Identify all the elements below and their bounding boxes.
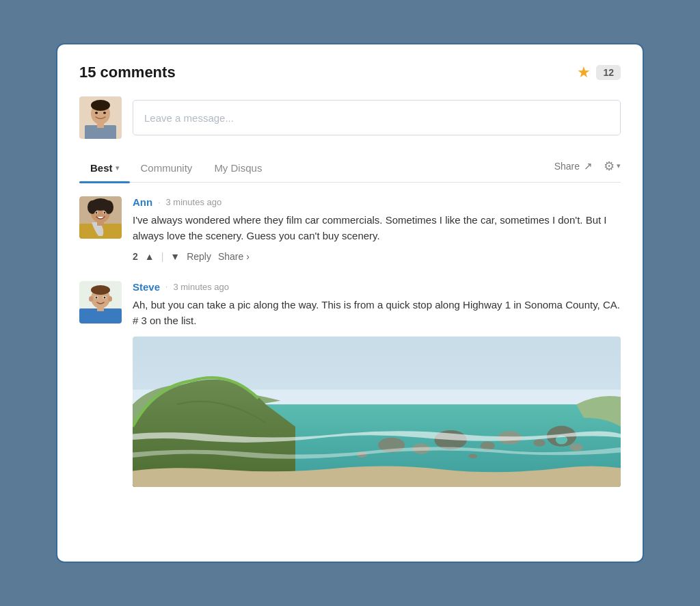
ann-vote-divider: | [161, 251, 164, 262]
ann-share-button[interactable]: Share › [218, 251, 250, 262]
ann-name[interactable]: Ann [133, 196, 152, 208]
steve-name[interactable]: Steve [133, 281, 160, 293]
steve-time: 3 minutes ago [173, 282, 229, 292]
coastal-photo [133, 337, 621, 487]
svg-point-4 [91, 100, 110, 111]
svg-point-41 [468, 454, 477, 458]
current-user-avatar [79, 96, 122, 139]
steve-avatar [79, 281, 122, 324]
ann-vote-count: 2 [133, 251, 138, 262]
gear-icon: ⚙ [604, 159, 615, 174]
tab-best-dropdown-icon: ▾ [116, 164, 119, 172]
ann-reply-button[interactable]: Reply [187, 251, 211, 262]
share-button[interactable]: Share ↗︎ [554, 160, 593, 172]
star-count-group: ★ 12 [577, 64, 621, 81]
comment-row-steve: Steve · 3 minutes ago Ah, but you can ta… [79, 281, 621, 488]
tab-community[interactable]: Community [130, 155, 204, 182]
tab-best[interactable]: Best ▾ [79, 155, 130, 182]
svg-point-23 [89, 296, 93, 302]
star-icon[interactable]: ★ [577, 64, 591, 81]
tab-actions: Share ↗︎ ⚙ ▾ [554, 159, 621, 179]
steve-dot: · [165, 282, 167, 291]
comments-widget: 15 comments ★ 12 [56, 43, 644, 563]
share-icon: ↗︎ [584, 160, 593, 172]
ann-time: 3 minutes ago [166, 197, 222, 207]
star-count-badge: 12 [596, 65, 621, 80]
tab-group: Best ▾ Community My Disqus [79, 155, 554, 182]
svg-point-42 [569, 444, 582, 451]
tab-my-disqus[interactable]: My Disqus [203, 155, 273, 182]
svg-point-37 [533, 439, 545, 447]
svg-point-22 [91, 285, 110, 295]
steve-meta: Steve · 3 minutes ago [133, 281, 621, 293]
ann-dot: · [158, 198, 160, 207]
comment-row-ann: Ann · 3 minutes ago I've always wondered… [79, 196, 621, 262]
ann-upvote-button[interactable]: ▲ [145, 251, 154, 262]
comments-title: 15 comments [79, 64, 176, 81]
share-label: Share [554, 161, 580, 172]
ann-actions: 2 ▲ | ▼ Reply Share › [133, 251, 621, 262]
svg-point-28 [104, 296, 106, 298]
tabs-nav: Best ▾ Community My Disqus Share ↗︎ ⚙ ▾ [79, 155, 621, 183]
ann-text: I've always wondered where they film car… [133, 212, 621, 244]
steve-text: Ah, but you can take a pic along the way… [133, 297, 621, 329]
ann-meta: Ann · 3 minutes ago [133, 196, 621, 208]
svg-point-16 [96, 212, 98, 214]
svg-point-24 [108, 296, 112, 302]
svg-point-17 [104, 212, 106, 214]
gear-dropdown-arrow: ▾ [617, 161, 621, 170]
comments-header: 15 comments ★ 12 [79, 64, 621, 81]
svg-point-6 [103, 112, 106, 114]
svg-point-27 [96, 296, 98, 298]
compose-row [79, 96, 621, 139]
svg-point-5 [95, 112, 98, 114]
ann-avatar [79, 196, 122, 239]
gear-button[interactable]: ⚙ ▾ [604, 159, 621, 174]
message-input[interactable] [133, 100, 621, 135]
steve-comment-body: Steve · 3 minutes ago Ah, but you can ta… [133, 281, 621, 488]
ann-downvote-button[interactable]: ▼ [170, 251, 180, 262]
ann-comment-body: Ann · 3 minutes ago I've always wondered… [133, 196, 621, 262]
